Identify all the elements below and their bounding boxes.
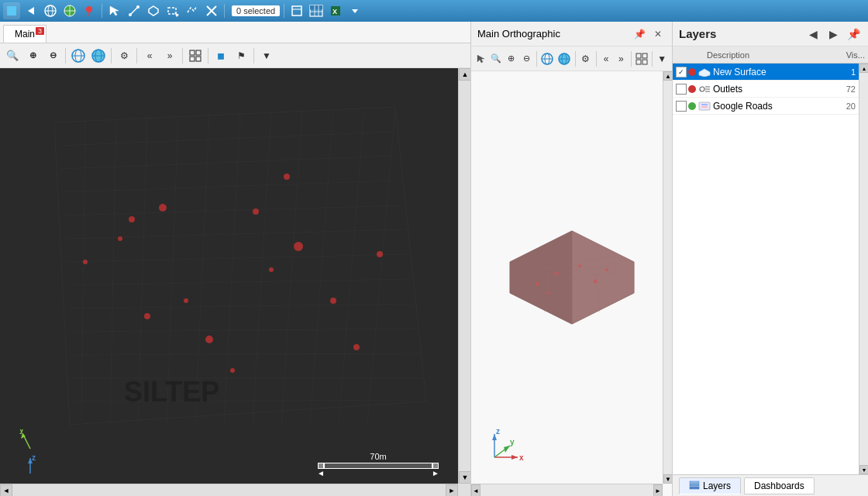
tool-select-rect[interactable] <box>164 2 181 19</box>
layers-vscrollbar[interactable]: ▲ ▼ <box>859 64 868 474</box>
ortho-grid-btn[interactable] <box>635 50 649 68</box>
globe-local-btn[interactable] <box>69 46 88 65</box>
svg-point-121 <box>700 87 704 91</box>
zoom-in-plus-btn[interactable]: ⊕ <box>23 46 42 65</box>
arrows-right-btn[interactable]: » <box>160 46 179 65</box>
ortho-scroll-right[interactable]: ► <box>653 484 663 496</box>
svg-point-71 <box>330 298 336 304</box>
layer-checkbox-new-surface[interactable]: ✓ <box>676 67 687 78</box>
svg-point-109 <box>605 268 608 271</box>
tool-pin[interactable] <box>81 2 98 19</box>
ortho-pin-btn[interactable]: 📌 <box>632 26 647 42</box>
ortho-zoomin-btn[interactable]: 🔍 <box>489 50 502 68</box>
selected-count: 0 selected <box>232 5 280 16</box>
horizontal-scrollbar[interactable]: ◄ ► <box>0 484 458 496</box>
tool-polygon[interactable] <box>145 2 162 19</box>
svg-marker-16 <box>174 12 179 17</box>
layer-checkbox-google-roads[interactable] <box>676 101 687 112</box>
ortho-more-btn[interactable]: ▼ <box>656 50 669 68</box>
ortho-scroll-track-v[interactable] <box>663 81 672 474</box>
ortho-vscrollbar[interactable]: ▲ ▼ <box>663 71 672 484</box>
vertical-scrollbar[interactable]: ▲ ▼ <box>458 68 470 484</box>
z-axis: z <box>19 454 42 477</box>
3d-viewport[interactable]: SILTEP y z <box>0 68 470 496</box>
tab-dashboards[interactable]: Dashboards <box>744 477 815 494</box>
main-tab-badge: 3 <box>36 27 44 35</box>
ortho-globe2-btn[interactable] <box>556 50 572 68</box>
tab-layers[interactable]: Layers <box>679 477 741 494</box>
main-tab[interactable]: Main 3 <box>3 25 46 43</box>
tool-cursor[interactable] <box>106 2 123 19</box>
tool-measure[interactable] <box>126 2 143 19</box>
layer-vis-new-surface: 1 <box>832 67 856 77</box>
scroll-up-btn[interactable]: ▲ <box>459 68 470 81</box>
layers-back-btn[interactable]: ◀ <box>804 26 822 43</box>
tool-window[interactable] <box>288 2 305 19</box>
svg-point-110 <box>535 282 539 286</box>
tool-select-poly[interactable] <box>184 2 201 19</box>
layers-pin-btn[interactable]: 📌 <box>845 26 862 43</box>
ortho-settings-btn[interactable]: ⚙ <box>579 50 592 68</box>
arrows-left-btn[interactable]: « <box>140 46 159 65</box>
ortho-scroll-up[interactable]: ▲ <box>663 71 672 81</box>
tool-back[interactable] <box>22 2 40 19</box>
svg-rect-92 <box>636 53 641 58</box>
ortho-viewport[interactable]: z x y ▲ ▼ ◄ ► <box>471 71 672 496</box>
layer-vis-outlets: 72 <box>832 84 856 94</box>
zoom-in-btn[interactable]: 🔍 <box>3 46 22 65</box>
layer-row-google-roads[interactable]: Google Roads 20 <box>673 98 859 115</box>
layers-scroll-up[interactable]: ▲ <box>859 64 868 73</box>
svg-point-76 <box>184 298 188 303</box>
layers-header: Layers ◀ ▶ 📌 <box>673 22 868 46</box>
ortho-globe1-btn[interactable] <box>539 50 555 68</box>
layers-scroll-down[interactable]: ▼ <box>859 465 868 474</box>
svg-text:x: x <box>519 453 524 462</box>
ortho-hscrollbar[interactable]: ◄ ► <box>471 484 663 496</box>
scroll-track-v[interactable] <box>459 81 470 471</box>
layers-forward-btn[interactable]: ▶ <box>825 26 842 43</box>
bookmark-btn[interactable]: ◼ <box>212 46 230 65</box>
ortho-scroll-left[interactable]: ◄ <box>471 484 480 496</box>
svg-point-68 <box>269 267 274 272</box>
grid-btn[interactable] <box>186 46 205 65</box>
ortho-cursor-btn[interactable] <box>474 50 487 68</box>
tool-excel[interactable]: X <box>327 2 344 19</box>
layer-checkbox-outlets[interactable] <box>676 84 687 95</box>
svg-rect-22 <box>310 5 322 9</box>
axes-widget: y z <box>19 429 42 477</box>
tool-delete[interactable] <box>203 2 220 19</box>
tool-table[interactable] <box>308 2 325 19</box>
orthographic-panel: Main Orthographic 📌 ✕ 🔍 ⊕ ⊖ ⚙ « » <box>471 22 673 496</box>
ortho-sep-3 <box>596 51 597 67</box>
scroll-left-btn[interactable]: ◄ <box>0 484 12 496</box>
ortho-zoom2-btn[interactable]: ⊕ <box>505 50 518 68</box>
tool-map2[interactable] <box>61 2 78 19</box>
globe-full-btn[interactable] <box>89 46 108 65</box>
svg-rect-37 <box>190 57 195 61</box>
scroll-track-h[interactable] <box>12 484 446 496</box>
layer-row-new-surface[interactable]: ✓ New Surface 1 <box>673 64 859 81</box>
zoom-out-btn[interactable]: ⊖ <box>43 46 62 65</box>
settings-btn[interactable]: ⚙ <box>115 46 133 65</box>
layer-row-outlets[interactable]: Outlets 72 <box>673 81 859 98</box>
ortho-toolbar: 🔍 ⊕ ⊖ ⚙ « » ▼ <box>471 46 672 71</box>
tool-map1[interactable] <box>42 2 59 19</box>
ortho-scroll-down[interactable]: ▼ <box>663 474 672 484</box>
tool-dropdown[interactable] <box>346 2 363 19</box>
flag-btn[interactable]: ⚑ <box>232 46 250 65</box>
ortho-scroll-track-h[interactable] <box>480 484 653 496</box>
layer-icon-outlets <box>698 84 711 95</box>
more-btn[interactable]: ▼ <box>257 46 276 65</box>
ortho-arrows-right-btn[interactable]: » <box>615 50 628 68</box>
ortho-arrows-left-btn[interactable]: « <box>599 50 612 68</box>
layers-panel-title: Layers <box>679 27 801 40</box>
tool-home[interactable] <box>3 2 20 19</box>
scroll-right-btn[interactable]: ► <box>446 484 458 496</box>
svg-marker-28 <box>352 9 358 13</box>
ortho-close-btn[interactable]: ✕ <box>650 26 666 42</box>
svg-marker-97 <box>510 231 572 324</box>
scroll-down-btn[interactable]: ▼ <box>459 471 470 484</box>
layers-scroll-track[interactable] <box>859 73 868 465</box>
ortho-zoomout-btn[interactable]: ⊖ <box>519 50 532 68</box>
svg-rect-94 <box>636 60 641 64</box>
